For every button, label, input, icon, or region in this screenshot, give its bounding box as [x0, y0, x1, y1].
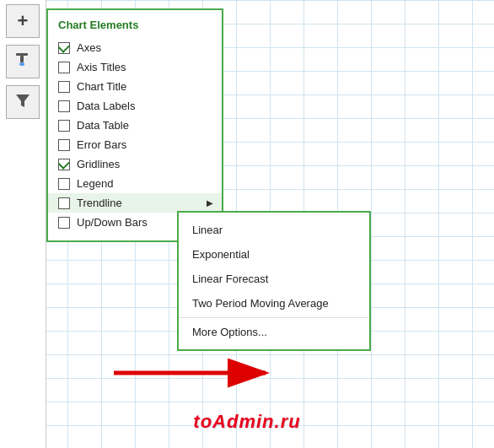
trendline-linear[interactable]: Linear [179, 218, 369, 242]
trendline-linear-forecast[interactable]: Linear Forecast [179, 267, 369, 291]
svg-point-2 [19, 62, 24, 66]
trendline-linear-forecast-label: Linear Forecast [192, 273, 268, 285]
trendline-submenu: Linear Exponential Linear Forecast Two P… [177, 211, 371, 351]
trendline-two-period-label: Two Period Moving Average [192, 297, 329, 310]
svg-marker-3 [16, 94, 30, 107]
chart-filters-button[interactable] [6, 85, 40, 119]
plus-icon: + [18, 10, 29, 32]
svg-rect-0 [16, 53, 28, 56]
menu-item-chart-title[interactable]: Chart Title [48, 77, 222, 96]
menu-item-data-labels[interactable]: Data Labels [48, 96, 222, 116]
panel-title: Chart Elements [48, 19, 222, 38]
menu-item-trendline[interactable]: Trendline ▶ [48, 193, 222, 213]
menu-item-axis-titles[interactable]: Axis Titles [48, 57, 222, 77]
label-updown-bars: Up/Down Bars [77, 216, 148, 229]
label-axes: Axes [77, 41, 101, 54]
label-gridlines: Gridlines [77, 158, 120, 170]
checkbox-axes[interactable] [58, 42, 70, 54]
chart-elements-panel: Chart Elements Axes Axis Titles Chart Ti… [46, 8, 223, 242]
brush-icon [13, 51, 32, 73]
trendline-more-options[interactable]: More Options... [179, 317, 369, 344]
trendline-exponential[interactable]: Exponential [179, 242, 369, 267]
watermark: toAdmin.ru [193, 411, 300, 433]
menu-item-error-bars[interactable]: Error Bars [48, 135, 222, 154]
add-element-button[interactable]: + [6, 4, 40, 38]
checkbox-data-labels[interactable] [58, 100, 70, 112]
filter-icon [13, 91, 32, 114]
label-legend: Legend [77, 177, 113, 190]
label-axis-titles: Axis Titles [77, 61, 126, 73]
checkbox-gridlines[interactable] [58, 159, 70, 170]
trendline-exponential-label: Exponential [192, 248, 250, 261]
trendline-two-period-moving-average[interactable]: Two Period Moving Average [179, 291, 369, 316]
checkbox-chart-title[interactable] [58, 81, 70, 93]
checkbox-updown-bars[interactable] [58, 217, 70, 229]
menu-item-legend[interactable]: Legend [48, 174, 222, 193]
label-data-labels: Data Labels [77, 100, 135, 112]
label-chart-title: Chart Title [77, 80, 126, 93]
menu-item-data-table[interactable]: Data Table [48, 116, 222, 135]
menu-item-gridlines[interactable]: Gridlines [48, 154, 222, 174]
checkbox-error-bars[interactable] [58, 139, 70, 151]
red-arrow [110, 352, 278, 397]
chart-styles-button[interactable] [6, 45, 40, 78]
checkbox-data-table[interactable] [58, 120, 70, 132]
submenu-arrow-icon: ▶ [207, 198, 213, 208]
menu-item-axes[interactable]: Axes [48, 38, 222, 57]
label-data-table: Data Table [77, 119, 129, 132]
label-trendline: Trendline [77, 197, 122, 209]
label-error-bars: Error Bars [77, 138, 126, 151]
chart-toolbar: + [0, 0, 46, 448]
svg-rect-1 [20, 56, 24, 62]
trendline-linear-label: Linear [192, 224, 223, 236]
checkbox-legend[interactable] [58, 178, 70, 190]
checkbox-trendline[interactable] [58, 197, 70, 209]
checkbox-axis-titles[interactable] [58, 62, 70, 73]
trendline-more-options-label: More Options... [192, 326, 267, 338]
